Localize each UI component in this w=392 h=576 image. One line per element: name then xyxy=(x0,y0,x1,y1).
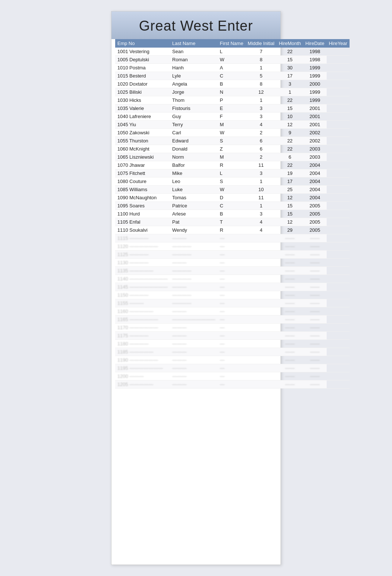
cell-hireyear-blurred: —— xyxy=(303,372,326,380)
cell-mi-blurred: — xyxy=(218,234,246,242)
table-row: 1100 Hurd Arlese B 3 15 2005 xyxy=(115,210,350,218)
cell-mi: L xyxy=(218,48,246,56)
blurred-table-row: 1190 —————— ——— — —— —— xyxy=(115,356,350,364)
cell-hiremonth: 6 xyxy=(245,137,276,145)
cell-empno: 1005 Deptulski xyxy=(115,56,170,64)
blurred-table-row: 1155 ——— ———— — —— —— xyxy=(115,299,350,307)
cell-firstname-blurred: ———— xyxy=(170,267,218,275)
cell-hiremonth-blurred xyxy=(245,364,276,372)
cell-hireyear-blurred: —— xyxy=(303,340,326,348)
cell-hiredate-blurred: —— xyxy=(276,242,303,251)
cell-empno-blurred: 1205 ————— xyxy=(115,380,170,389)
cell-firstname: Thom xyxy=(170,96,218,104)
blurred-table-row: 1115 ———— ——— — —— —— xyxy=(115,234,350,242)
cell-hiremonth-blurred xyxy=(245,307,276,315)
cell-hiredate-blurred: —— xyxy=(276,372,303,380)
cell-hiremonth: 12 xyxy=(245,88,276,96)
cell-hiredate: 22 xyxy=(276,137,303,145)
cell-hiredate: 17 xyxy=(276,72,303,80)
cell-firstname: Roman xyxy=(170,56,218,64)
cell-hiredate: 12 xyxy=(276,218,303,226)
cell-hiredate-blurred: —— xyxy=(276,332,303,340)
cell-mi: W xyxy=(218,186,246,194)
cell-empno: 1045 Yiu xyxy=(115,121,170,129)
cell-empno-blurred: 1155 ——— xyxy=(115,299,170,307)
blurred-table-row: 1165 —————— ————————— — —— —— xyxy=(115,315,350,324)
cell-firstname: Edward xyxy=(170,137,218,145)
title-bar: Great West Enter xyxy=(111,11,281,39)
cell-hiremonth-blurred xyxy=(245,283,276,291)
col-header-lastname: Last Name xyxy=(170,39,218,48)
cell-mi-blurred: — xyxy=(218,380,246,389)
cell-empno: 1075 Fitchett xyxy=(115,169,170,177)
cell-hireyear: 2004 xyxy=(303,161,326,169)
employee-table: Emp No Last Name First Name Middle Initi… xyxy=(115,39,350,389)
cell-empno: 1040 Lafreniere xyxy=(115,113,170,121)
cell-hireyear-blurred: —— xyxy=(303,307,326,315)
cell-firstname: Fistouris xyxy=(170,104,218,113)
cell-empno: 1065 Liszniewski xyxy=(115,153,170,161)
cell-hiredate: 22 xyxy=(276,145,303,153)
cell-hiredate: 12 xyxy=(276,121,303,129)
cell-hiredate-blurred: —— xyxy=(276,291,303,299)
cell-hiremonth: 8 xyxy=(245,56,276,64)
cell-hireyear: 2004 xyxy=(303,177,326,186)
cell-mi: T xyxy=(218,218,246,226)
cell-empno: 1110 Soukalvi xyxy=(115,226,170,234)
cell-mi: Z xyxy=(218,145,246,153)
table-row: 1020 Doxtator Angela B 8 3 2000 xyxy=(115,80,350,88)
col-header-firstname: First Name xyxy=(218,39,246,48)
cell-hiredate-blurred: —— xyxy=(276,348,303,356)
cell-hireyear-blurred: —— xyxy=(303,267,326,275)
cell-empno-blurred: 1185 ————— xyxy=(115,348,170,356)
cell-mi: B xyxy=(218,80,246,88)
cell-firstname: Wendy xyxy=(170,226,218,234)
cell-mi-blurred: — xyxy=(218,372,246,380)
cell-hiredate: 15 xyxy=(276,56,303,64)
table-body: 1001 Vestering Sean L 7 22 1998 1005 Dep… xyxy=(115,48,350,389)
cell-hireyear-blurred: —— xyxy=(303,259,326,267)
cell-hireyear: 1999 xyxy=(303,72,326,80)
cell-firstname-blurred: ——— xyxy=(170,348,218,356)
cell-empno: 1015 Besterd xyxy=(115,72,170,80)
cell-hiremonth-blurred xyxy=(245,234,276,242)
cell-hiredate-blurred: —— xyxy=(276,307,303,315)
cell-firstname: Leo xyxy=(170,177,218,186)
cell-mi-blurred: — xyxy=(218,364,246,372)
cell-hireyear: 1999 xyxy=(303,96,326,104)
blurred-table-row: 1150 ———— ———— — —— —— xyxy=(115,291,350,299)
cell-hiremonth: 3 xyxy=(245,113,276,121)
cell-mi-blurred: — xyxy=(218,324,246,332)
cell-firstname: Norm xyxy=(170,153,218,161)
cell-hiredate: 12 xyxy=(276,194,303,202)
cell-firstname: Angela xyxy=(170,80,218,88)
cell-hireyear: 1999 xyxy=(303,64,326,72)
cell-firstname: Luke xyxy=(170,186,218,194)
cell-empno-blurred: 1200 ——— xyxy=(115,372,170,380)
table-row: 1040 Lafreniere Guy F 3 10 2001 xyxy=(115,113,350,121)
cell-hiredate-blurred: —— xyxy=(276,324,303,332)
cell-hireyear-blurred: —— xyxy=(303,364,326,372)
cell-empno: 1060 McKnight xyxy=(115,145,170,153)
cell-hiremonth-blurred xyxy=(245,372,276,380)
cell-mi-blurred: — xyxy=(218,315,246,324)
cell-empno: 1055 Thurston xyxy=(115,137,170,145)
cell-mi-blurred: — xyxy=(218,348,246,356)
cell-hireyear: 2001 xyxy=(303,121,326,129)
cell-hiredate: 1 xyxy=(276,88,303,96)
table-row: 1045 Yiu Terry M 4 12 2001 xyxy=(115,121,350,129)
cell-hiremonth-blurred xyxy=(245,259,276,267)
cell-hiredate-blurred: —— xyxy=(276,251,303,259)
cell-hireyear-blurred: —— xyxy=(303,356,326,364)
cell-firstname-blurred: ——— xyxy=(170,356,218,364)
cell-hiredate: 17 xyxy=(276,177,303,186)
cell-hireyear-blurred: —— xyxy=(303,283,326,291)
cell-hiredate-blurred: —— xyxy=(276,340,303,348)
table-row: 1085 Williams Luke W 10 25 2004 xyxy=(115,186,350,194)
cell-mi: R xyxy=(218,226,246,234)
table-row: 1025 Biliski Jorge N 12 1 1999 xyxy=(115,88,350,96)
cell-firstname: Pat xyxy=(170,218,218,226)
cell-empno: 1001 Vestering xyxy=(115,48,170,56)
cell-firstname-blurred: ———— xyxy=(170,291,218,299)
cell-empno-blurred: 1125 ———— xyxy=(115,251,170,259)
